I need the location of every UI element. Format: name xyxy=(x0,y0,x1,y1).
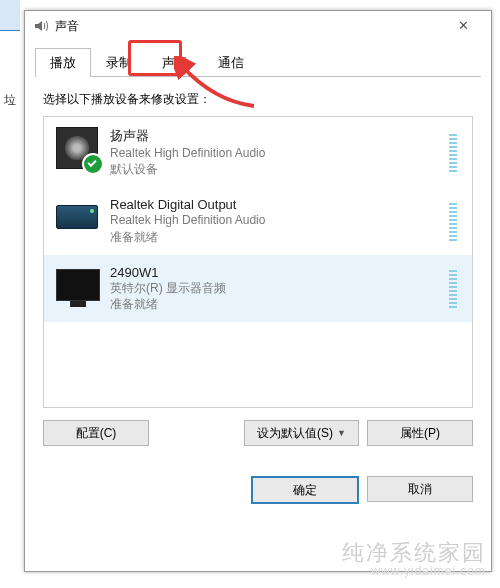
background-window-strip: 垃 xyxy=(0,0,20,588)
properties-button[interactable]: 属性(P) xyxy=(367,420,473,446)
cancel-button[interactable]: 取消 xyxy=(367,476,473,502)
device-desc: 英特尔(R) 显示器音频 xyxy=(110,280,446,296)
titlebar: 声音 ✕ xyxy=(25,11,491,41)
tab-strip: 播放 录制 声音 通信 xyxy=(35,47,481,77)
tab-communications[interactable]: 通信 xyxy=(203,48,259,77)
digital-device-icon xyxy=(56,197,100,241)
background-label: 垃 xyxy=(4,92,16,109)
chevron-down-icon: ▼ xyxy=(337,428,346,438)
default-check-icon xyxy=(82,153,104,175)
window-title: 声音 xyxy=(55,18,79,35)
device-desc: Realtek High Definition Audio xyxy=(110,145,446,161)
instruction-text: 选择以下播放设备来修改设置： xyxy=(25,77,491,116)
device-status: 准备就绪 xyxy=(110,296,446,312)
device-desc: Realtek High Definition Audio xyxy=(110,212,446,228)
set-default-button[interactable]: 设为默认值(S) ▼ xyxy=(244,420,359,446)
tab-sounds[interactable]: 声音 xyxy=(147,48,203,77)
speaker-device-icon xyxy=(56,127,100,171)
device-status: 默认设备 xyxy=(110,161,446,177)
sound-dialog: 声音 ✕ 播放 录制 声音 通信 选择以下播放设备来修改设置： 扬声器 Real… xyxy=(24,10,492,572)
close-button[interactable]: ✕ xyxy=(443,11,483,41)
device-row[interactable]: 2490W1 英特尔(R) 显示器音频 准备就绪 xyxy=(44,255,472,322)
configure-button[interactable]: 配置(C) xyxy=(43,420,149,446)
device-list[interactable]: 扬声器 Realtek High Definition Audio 默认设备 R… xyxy=(43,116,473,408)
tab-recording[interactable]: 录制 xyxy=(91,48,147,77)
speaker-icon xyxy=(33,18,49,34)
monitor-device-icon xyxy=(56,265,100,309)
level-meter-icon xyxy=(449,201,457,241)
level-meter-icon xyxy=(449,268,457,308)
device-status: 准备就绪 xyxy=(110,229,446,245)
device-name: 2490W1 xyxy=(110,265,446,280)
level-meter-icon xyxy=(449,132,457,172)
ok-button[interactable]: 确定 xyxy=(251,476,359,504)
device-name: 扬声器 xyxy=(110,127,446,145)
set-default-label: 设为默认值(S) xyxy=(257,425,333,442)
tab-playback[interactable]: 播放 xyxy=(35,48,91,77)
device-name: Realtek Digital Output xyxy=(110,197,446,212)
device-row[interactable]: 扬声器 Realtek High Definition Audio 默认设备 xyxy=(44,117,472,187)
device-row[interactable]: Realtek Digital Output Realtek High Defi… xyxy=(44,187,472,254)
